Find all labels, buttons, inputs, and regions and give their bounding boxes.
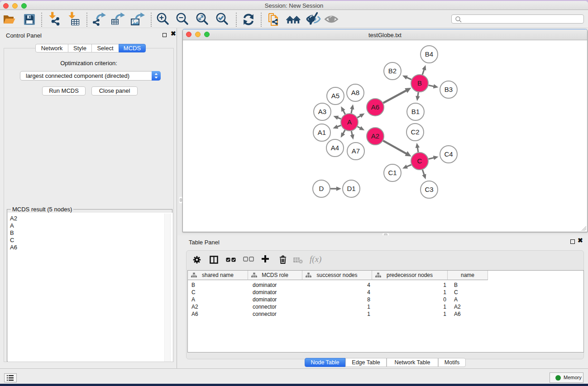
svg-text:B4: B4 — [425, 50, 433, 58]
svg-text:A4: A4 — [331, 144, 339, 152]
svg-text:A5: A5 — [331, 92, 339, 100]
svg-text:D: D — [319, 185, 324, 192]
svg-text:D1: D1 — [347, 185, 355, 192]
svg-text:C: C — [417, 157, 422, 165]
svg-text:C3: C3 — [425, 186, 433, 193]
svg-text:C4: C4 — [444, 150, 453, 158]
svg-text:C2: C2 — [411, 128, 419, 136]
svg-text:B2: B2 — [388, 67, 397, 75]
svg-text:C1: C1 — [388, 169, 397, 176]
svg-text:B1: B1 — [411, 108, 420, 115]
svg-text:A2: A2 — [371, 132, 379, 140]
svg-text:A1: A1 — [318, 129, 326, 136]
svg-text:B3: B3 — [445, 86, 453, 93]
svg-text:A7: A7 — [352, 147, 360, 155]
svg-text:A6: A6 — [371, 103, 379, 111]
svg-text:A: A — [347, 118, 352, 126]
svg-text:A3: A3 — [318, 108, 326, 115]
svg-text:B: B — [417, 79, 422, 87]
svg-text:A8: A8 — [351, 89, 359, 96]
svg-text:f(x): f(x) — [310, 255, 321, 264]
